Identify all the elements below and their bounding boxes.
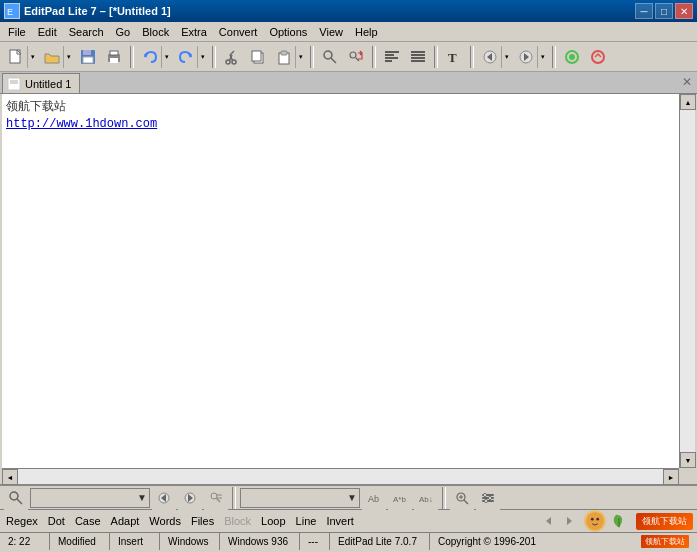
minimize-button[interactable]: ─ bbox=[635, 3, 653, 19]
scroll-track-h[interactable] bbox=[18, 469, 663, 484]
svg-rect-8 bbox=[110, 58, 118, 63]
nav-prev-dropdown-icon[interactable]: ▾ bbox=[501, 46, 511, 68]
regex-item-adapt[interactable]: Adapt bbox=[109, 515, 142, 527]
open-file-button[interactable]: ▾ bbox=[40, 45, 74, 69]
vertical-scrollbar[interactable]: ▲ ▼ bbox=[679, 94, 695, 468]
paste-dropdown-icon[interactable]: ▾ bbox=[295, 46, 305, 68]
regex-item-dot[interactable]: Dot bbox=[46, 515, 67, 527]
regex-bar: Regex Dot Case Adapt Words Files Block L… bbox=[0, 510, 697, 532]
paste-button[interactable]: ▾ bbox=[272, 45, 306, 69]
scroll-right-button[interactable]: ► bbox=[663, 469, 679, 485]
menu-search[interactable]: Search bbox=[63, 22, 110, 41]
status-position: 2: 22 bbox=[0, 533, 50, 550]
menu-block[interactable]: Block bbox=[136, 22, 175, 41]
paste-icon bbox=[273, 46, 295, 68]
undo-button[interactable]: ▾ bbox=[138, 45, 172, 69]
menu-edit[interactable]: Edit bbox=[32, 22, 63, 41]
print-button[interactable] bbox=[102, 45, 126, 69]
svg-marker-66 bbox=[546, 517, 551, 525]
open-file-icon bbox=[41, 46, 63, 68]
svg-rect-40 bbox=[8, 78, 20, 90]
new-file-dropdown-icon[interactable]: ▾ bbox=[27, 46, 37, 68]
menu-view[interactable]: View bbox=[313, 22, 349, 41]
search-icon[interactable] bbox=[4, 486, 28, 510]
align-left-button[interactable] bbox=[380, 45, 404, 69]
undo-dropdown-icon[interactable]: ▾ bbox=[161, 46, 171, 68]
tab-bar: Untitled 1 ✕ bbox=[0, 72, 697, 94]
menu-help[interactable]: Help bbox=[349, 22, 384, 41]
bottom-sep-2 bbox=[442, 487, 446, 509]
tab-bar-close-icon[interactable]: ✕ bbox=[679, 74, 695, 90]
replace-all-button[interactable]: A*b bbox=[388, 486, 412, 510]
cat-icon bbox=[584, 510, 606, 532]
close-button[interactable]: ✕ bbox=[675, 3, 693, 19]
svg-point-43 bbox=[10, 492, 18, 500]
toolbar-separator-5 bbox=[434, 46, 438, 68]
replace-button[interactable] bbox=[344, 45, 368, 69]
copy-button[interactable] bbox=[246, 45, 270, 69]
restore-button[interactable]: □ bbox=[655, 3, 673, 19]
format-button[interactable] bbox=[586, 45, 610, 69]
regex-nav-1[interactable] bbox=[540, 512, 558, 530]
scroll-down-button[interactable]: ▼ bbox=[680, 452, 696, 468]
color-button[interactable] bbox=[560, 45, 584, 69]
find-all-button[interactable] bbox=[204, 486, 228, 510]
regex-item-words[interactable]: Words bbox=[147, 515, 183, 527]
new-file-button[interactable]: ▾ bbox=[4, 45, 38, 69]
editor-content[interactable]: 领航下载站 http://www.1hdown.com bbox=[2, 94, 679, 468]
regex-item-block[interactable]: Block bbox=[222, 515, 253, 527]
search-input-dropdown[interactable]: ▼ bbox=[30, 488, 150, 508]
regex-item-line[interactable]: Line bbox=[294, 515, 319, 527]
regex-item-files[interactable]: Files bbox=[189, 515, 216, 527]
scroll-left-button[interactable]: ◄ bbox=[2, 469, 18, 485]
justify-button[interactable] bbox=[406, 45, 430, 69]
regex-item-regex[interactable]: Regex bbox=[4, 515, 40, 527]
nav-prev-button[interactable]: ▾ bbox=[478, 45, 512, 69]
svg-line-21 bbox=[331, 58, 336, 63]
horizontal-scrollbar[interactable]: ◄ ► bbox=[2, 468, 679, 484]
nav-next-button[interactable]: ▾ bbox=[514, 45, 548, 69]
regex-item-invert[interactable]: Invert bbox=[324, 515, 356, 527]
regex-nav-2[interactable] bbox=[560, 512, 578, 530]
cut-button[interactable] bbox=[220, 45, 244, 69]
settings-button[interactable] bbox=[476, 486, 500, 510]
svg-point-11 bbox=[226, 60, 230, 64]
svg-point-64 bbox=[489, 496, 492, 499]
menu-options[interactable]: Options bbox=[263, 22, 313, 41]
replace-dropdown-arrow[interactable]: ▼ bbox=[347, 492, 357, 503]
scroll-track-v[interactable] bbox=[680, 110, 695, 452]
menu-go[interactable]: Go bbox=[110, 22, 137, 41]
svg-text:A*b: A*b bbox=[393, 495, 406, 504]
replace-button-small[interactable]: Ab bbox=[362, 486, 386, 510]
regex-item-loop[interactable]: Loop bbox=[259, 515, 287, 527]
search-dropdown-arrow[interactable]: ▼ bbox=[137, 492, 147, 503]
scroll-up-button[interactable]: ▲ bbox=[680, 94, 696, 110]
find-next-button[interactable] bbox=[178, 486, 202, 510]
svg-point-39 bbox=[592, 51, 604, 63]
redo-button[interactable]: ▾ bbox=[174, 45, 208, 69]
status-separator: --- bbox=[300, 533, 330, 550]
find-prev-button[interactable] bbox=[152, 486, 176, 510]
find-button[interactable] bbox=[318, 45, 342, 69]
tab-untitled-1[interactable]: Untitled 1 bbox=[2, 73, 80, 93]
toolbar-separator-2 bbox=[212, 46, 216, 68]
nav-next-dropdown-icon[interactable]: ▾ bbox=[537, 46, 547, 68]
open-file-dropdown-icon[interactable]: ▾ bbox=[63, 46, 73, 68]
redo-dropdown-icon[interactable]: ▾ bbox=[197, 46, 207, 68]
menu-extra[interactable]: Extra bbox=[175, 22, 213, 41]
toolbar: ▾ ▾ ▾ ▾ ▾ bbox=[0, 42, 697, 72]
title-bar-text: EditPad Lite 7 – [*Untitled 1] bbox=[24, 5, 171, 17]
svg-line-50 bbox=[217, 498, 221, 502]
save-button[interactable] bbox=[76, 45, 100, 69]
scrollbar-corner bbox=[679, 468, 695, 484]
font-button[interactable]: T bbox=[442, 45, 466, 69]
zoom-in-button[interactable] bbox=[450, 486, 474, 510]
regex-item-case[interactable]: Case bbox=[73, 515, 103, 527]
menu-file[interactable]: File bbox=[2, 22, 32, 41]
svg-line-57 bbox=[464, 500, 468, 504]
replace-input-dropdown[interactable]: ▼ bbox=[240, 488, 360, 508]
menu-convert[interactable]: Convert bbox=[213, 22, 264, 41]
undo-icon bbox=[139, 46, 161, 68]
app-icon: E bbox=[4, 3, 20, 19]
replace-next-icon[interactable]: Ab↓ bbox=[414, 486, 438, 510]
